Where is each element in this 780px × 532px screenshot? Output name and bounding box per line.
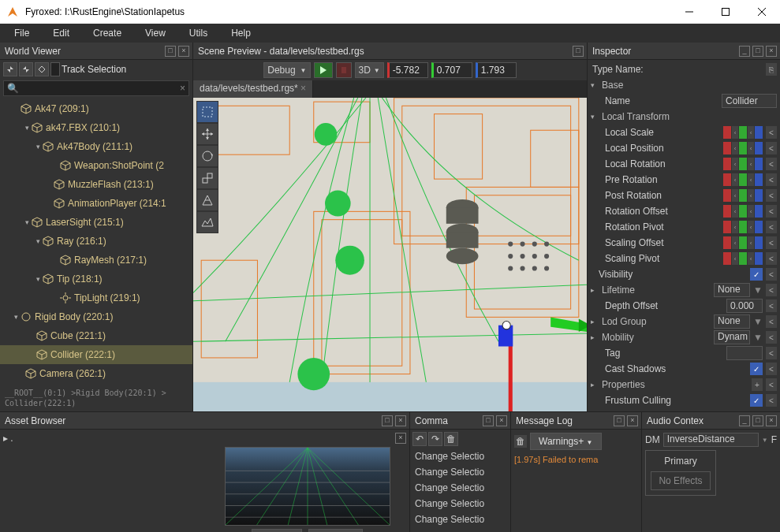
menu-help[interactable]: Help: [220, 25, 262, 41]
frustum-culling-checkbox[interactable]: ✓: [750, 394, 763, 407]
track-checkbox[interactable]: [50, 62, 60, 76]
window-close-button[interactable]: [744, 0, 780, 24]
revert-button[interactable]: <: [766, 252, 777, 265]
panel-min-button[interactable]: _: [739, 415, 750, 426]
viewport[interactable]: [193, 98, 587, 411]
coord-z-input[interactable]: 1.793: [476, 62, 517, 78]
rotation-offset-input[interactable]: ‹‹: [723, 205, 763, 218]
menu-create[interactable]: Create: [82, 25, 132, 41]
preview-close-button[interactable]: ×: [395, 433, 406, 444]
renderer-dropdown[interactable]: InverseDistance: [663, 433, 759, 447]
revert-button[interactable]: <: [766, 394, 777, 407]
visibility-checkbox[interactable]: ✓: [750, 268, 763, 281]
lifetime-toggle[interactable]: ▸: [591, 286, 599, 294]
copy-type-button[interactable]: ⎘: [766, 63, 777, 76]
revert-button[interactable]: <: [766, 284, 777, 296]
revert-button[interactable]: <: [766, 142, 777, 154]
clear-log-button[interactable]: 🗑: [514, 435, 527, 448]
tag-input[interactable]: [726, 346, 763, 360]
asset-tree[interactable]: ▸ .: [0, 430, 205, 532]
revert-button[interactable]: <: [766, 315, 777, 328]
command-item[interactable]: Change Selectio: [410, 448, 510, 464]
revert-button[interactable]: <: [766, 268, 777, 281]
pre-rotation-input[interactable]: ‹‹: [723, 173, 763, 186]
revert-button[interactable]: <: [766, 378, 777, 391]
post-rotation-input[interactable]: ‹‹: [723, 189, 763, 202]
tree-node[interactable]: RayMesh (217:1): [0, 251, 192, 270]
panel-close-button[interactable]: ×: [496, 415, 507, 426]
lod-dropdown[interactable]: None: [714, 314, 750, 329]
revert-button[interactable]: <: [766, 158, 777, 170]
navmesh-tool-button[interactable]: [196, 189, 218, 211]
expand-all-button[interactable]: [19, 62, 33, 76]
build-mode-dropdown[interactable]: Debug▼: [263, 62, 310, 78]
revert-button[interactable]: <: [766, 331, 777, 344]
revert-button[interactable]: <: [766, 126, 777, 139]
rotation-pivot-input[interactable]: ‹‹: [723, 221, 763, 233]
terrain-tool-button[interactable]: [196, 211, 218, 233]
add-property-button[interactable]: +: [752, 378, 763, 391]
revert-button[interactable]: <: [766, 173, 777, 186]
tree-node[interactable]: Camera (262:1): [0, 364, 192, 383]
tree-node[interactable]: TipLight (219:1): [0, 288, 192, 307]
rotate-tool-button[interactable]: [196, 145, 218, 167]
apply-button[interactable]: Apply: [252, 529, 302, 532]
command-item[interactable]: Change Selectio: [410, 512, 510, 527]
panel-close-button[interactable]: ×: [766, 46, 777, 57]
view-mode-dropdown[interactable]: 3D▼: [355, 62, 384, 78]
menu-file[interactable]: File: [3, 25, 40, 41]
window-minimize-button[interactable]: [671, 0, 707, 24]
panel-dock-button[interactable]: □: [483, 415, 494, 426]
name-input[interactable]: [722, 94, 777, 108]
clear-search-button[interactable]: ×: [180, 83, 185, 94]
mobility-dropdown[interactable]: Dynam: [714, 330, 750, 344]
panel-close-button[interactable]: ×: [627, 415, 638, 426]
base-toggle[interactable]: ▾: [591, 81, 599, 89]
move-tool-button[interactable]: [196, 123, 218, 145]
command-item[interactable]: Change Selectio: [410, 464, 510, 480]
panel-dock-button[interactable]: □: [165, 46, 176, 57]
tree-node[interactable]: Weapon:ShotPoint (2: [0, 156, 192, 175]
collapse-all-button[interactable]: [3, 62, 17, 76]
select-tool-button[interactable]: [196, 101, 218, 123]
panel-close-button[interactable]: ×: [395, 415, 406, 426]
coord-x-input[interactable]: -5.782: [387, 62, 428, 78]
revert-button[interactable]: <: [766, 189, 777, 202]
cast-shadows-checkbox[interactable]: ✓: [750, 363, 763, 375]
panel-dock-button[interactable]: □: [614, 415, 625, 426]
menu-edit[interactable]: Edit: [42, 25, 80, 41]
command-item[interactable]: Change Selectio: [410, 480, 510, 496]
tree-node[interactable]: Collider (222:1): [0, 345, 192, 364]
menu-utils[interactable]: Utils: [178, 25, 218, 41]
tree-node[interactable]: MuzzleFlash (213:1): [0, 175, 192, 194]
tree-node[interactable]: ▾Ak47Body (211:1): [0, 137, 192, 156]
bus-primary-label[interactable]: Primary: [651, 456, 711, 467]
tree-node[interactable]: ▾Rigid Body (220:1): [0, 307, 192, 326]
panel-dock-button[interactable]: □: [752, 46, 763, 57]
tree-node[interactable]: ▾Tip (218:1): [0, 270, 192, 288]
tree-node[interactable]: AnimationPlayer (214:1: [0, 194, 192, 213]
redo-button[interactable]: ↷: [428, 432, 442, 446]
local-rotation-input[interactable]: ‹‹: [723, 158, 763, 170]
revert-button[interactable]: Revert: [308, 529, 363, 532]
scaling-offset-input[interactable]: ‹‹: [723, 236, 763, 249]
scene-tree[interactable]: Ak47 (209:1)▾ak47.FBX (210:1)▾Ak47Body (…: [0, 98, 192, 385]
depth-offset-input[interactable]: [726, 299, 763, 313]
revert-button[interactable]: <: [766, 205, 777, 218]
panel-dock-button[interactable]: □: [573, 46, 584, 57]
panel-dock-button[interactable]: □: [382, 415, 393, 426]
revert-button[interactable]: <: [766, 221, 777, 233]
close-tab-icon[interactable]: ×: [300, 83, 306, 94]
scale-tool-button[interactable]: [196, 167, 218, 189]
lod-toggle[interactable]: ▸: [591, 318, 599, 326]
mobility-toggle[interactable]: ▸: [591, 333, 599, 341]
scene-tab[interactable]: data/levels/testbed.rgs* ×: [193, 80, 313, 98]
revert-button[interactable]: <: [766, 363, 777, 375]
tree-node[interactable]: Cube (221:1): [0, 326, 192, 345]
tree-node[interactable]: ▾Ray (216:1): [0, 232, 192, 251]
local-position-input[interactable]: ‹‹: [723, 142, 763, 154]
panel-close-button[interactable]: ×: [178, 46, 189, 57]
revert-button[interactable]: <: [766, 347, 777, 359]
search-input[interactable]: [19, 83, 180, 94]
tree-node[interactable]: Ak47 (209:1): [0, 99, 192, 118]
